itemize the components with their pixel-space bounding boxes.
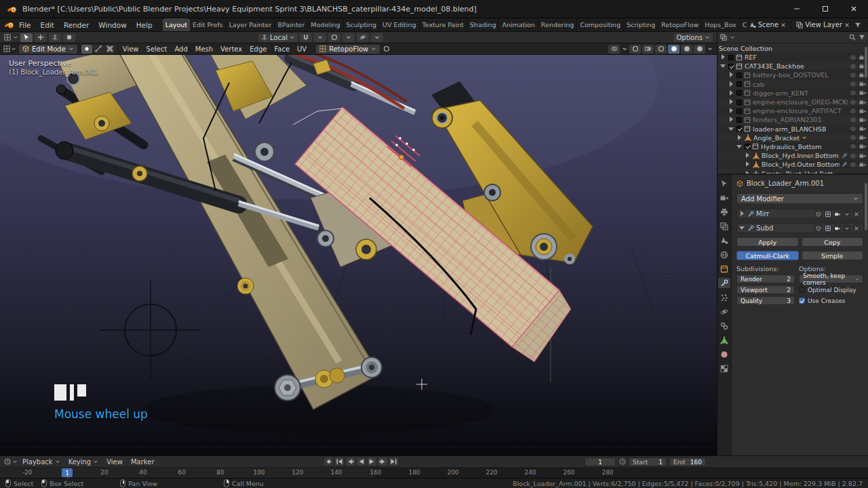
menu-add[interactable]: Add (171, 45, 191, 53)
proportional-falloff-dropdown[interactable] (342, 33, 355, 42)
breadcrumb-object-name[interactable]: Block_Loader_Arm.001 (747, 180, 824, 187)
collection-checkbox[interactable] (736, 73, 742, 78)
outliner-item-digger-arm[interactable]: digger-arm_KENT (717, 89, 868, 98)
edge-select-button[interactable] (93, 45, 104, 54)
tab-modifiers[interactable] (718, 278, 730, 288)
camera-icon[interactable] (859, 117, 866, 123)
tab-view-layer[interactable] (718, 221, 730, 231)
workspace-tab-layer-painter[interactable]: Layer Painter (226, 18, 275, 31)
outliner-item-battery-box[interactable]: battery-box_DOSTOVEL (717, 70, 868, 79)
outliner-item-angle-bracket[interactable]: Angle_Bracket (717, 134, 868, 142)
workspace-tab-bpainter[interactable]: BPainter (275, 18, 309, 31)
shading-material-button[interactable] (681, 45, 692, 54)
modifier-name[interactable]: Subd (756, 224, 773, 232)
outliner-item-cat343e[interactable]: CAT343E_Backhoe (717, 62, 868, 70)
menu-mesh[interactable]: Mesh (192, 45, 216, 53)
camera-icon[interactable] (859, 81, 866, 87)
workspace-tab-shading[interactable]: Shading (467, 18, 500, 31)
workspace-tab-uv-editing[interactable]: UV Editing (380, 18, 420, 31)
editor-type-icon[interactable] (3, 45, 10, 52)
search-icon[interactable] (849, 34, 856, 41)
tab-object-data[interactable] (718, 335, 730, 345)
outliner-item-engine-enclosure-artifact[interactable]: engine-enclosure_ARTIFACT (717, 106, 868, 115)
menu-playback[interactable]: Playback (19, 458, 64, 466)
eye-icon[interactable] (850, 99, 856, 106)
move-tool-button[interactable] (49, 33, 61, 42)
disclosure-icon[interactable] (736, 135, 743, 141)
workspace-tab-console[interactable]: Console (740, 18, 747, 31)
tab-render[interactable] (718, 192, 730, 203)
simple-button[interactable]: Simple (802, 251, 864, 260)
frame-start-field[interactable]: Start 1 (629, 458, 667, 466)
cursor-tool-button[interactable] (35, 33, 47, 42)
chevron-down-icon[interactable] (11, 46, 16, 52)
workspace-tab-compositing[interactable]: Compositing (577, 18, 624, 31)
camera-icon[interactable] (859, 125, 866, 132)
camera-icon[interactable] (859, 99, 866, 106)
tab-output[interactable] (718, 207, 730, 217)
menu-edit[interactable]: Edit (36, 18, 59, 31)
eye-icon[interactable] (850, 54, 856, 61)
menu-file[interactable]: File (14, 18, 36, 31)
menu-keying[interactable]: Keying (65, 458, 102, 466)
outliner-editor-icon[interactable] (720, 34, 727, 41)
collection-checkbox[interactable] (736, 90, 742, 96)
workspace-tab-sculpting[interactable]: Sculpting (344, 18, 380, 31)
gizmo-toggle-button[interactable] (357, 33, 369, 42)
select-tool-button[interactable] (20, 33, 33, 42)
catmull-clark-button[interactable]: Catmull-Clark (736, 251, 799, 260)
modifier-subsurf-header[interactable]: Subd (736, 223, 863, 233)
annotate-tool-button[interactable] (63, 33, 75, 42)
workspace-tab-layout[interactable]: Layout (163, 18, 190, 31)
add-modifier-dropdown[interactable]: Add Modifier (736, 193, 863, 204)
tab-constraints[interactable] (718, 321, 730, 331)
minimize-button[interactable] (783, 0, 811, 18)
camera-icon[interactable] (859, 89, 866, 96)
current-frame-field[interactable]: 1 (585, 458, 616, 466)
tab-physics[interactable] (718, 306, 730, 317)
menu-view[interactable]: View (119, 45, 142, 53)
transform-orientation-dropdown[interactable]: Local (258, 33, 298, 42)
camera-icon[interactable] (859, 108, 866, 115)
gizmos-toggle-button[interactable] (608, 45, 620, 54)
workspace-tab-texture-paint[interactable]: Texture Paint (420, 18, 467, 31)
chevron-down-icon[interactable] (621, 45, 628, 54)
move-modifier-icon[interactable] (843, 224, 851, 232)
modifier-name[interactable]: Mirr (756, 210, 769, 218)
menu-uv[interactable]: UV (294, 45, 310, 53)
face-select-button[interactable] (104, 45, 115, 54)
collection-checkbox[interactable] (728, 64, 734, 69)
shading-solid-button[interactable] (668, 45, 679, 54)
workspace-tab-retopoflow[interactable]: RetopoFlow (658, 18, 702, 31)
overlays-toggle-button[interactable] (629, 45, 641, 54)
disclosure-icon[interactable] (728, 126, 734, 132)
outliner-item-engine-enclosure-greg[interactable]: engine-enclosure_GREG-MCKIM (717, 98, 868, 106)
view-layer-unlink-icon[interactable] (844, 22, 850, 28)
menu-marker[interactable]: Marker (127, 458, 158, 466)
quality-field[interactable]: Quality 3 (736, 296, 795, 305)
close-modifier-icon[interactable] (852, 224, 861, 232)
outliner-item-fenders[interactable]: fenders_ADRIAN2301 (717, 115, 868, 124)
disclosure-icon[interactable] (739, 211, 745, 217)
disclosure-icon[interactable] (720, 63, 726, 69)
disclosure-icon[interactable] (728, 99, 734, 105)
toggle-realtime-icon[interactable] (824, 224, 832, 232)
maximize-button[interactable] (811, 0, 840, 18)
outliner-row-scene-collection[interactable]: Scene Collection (717, 43, 868, 53)
disclosure-icon[interactable] (745, 152, 751, 159)
eye-icon[interactable] (850, 117, 856, 123)
proportional-edit-button[interactable] (328, 33, 340, 42)
close-button[interactable] (840, 0, 868, 18)
collection-checkbox[interactable] (745, 144, 750, 149)
outliner-item-block-hyd-outer[interactable]: Block_Hyd.Outer.Bottom (717, 160, 868, 169)
toggle-realtime-icon[interactable] (824, 210, 832, 218)
timeline-ruler[interactable]: -20 20 40 60 80 100 120 140 160 180 200 … (0, 468, 868, 478)
disclosure-icon[interactable] (728, 72, 734, 78)
outliner-item-loader-arm[interactable]: loader-arm_BLANCHSB (717, 125, 868, 134)
camera-icon[interactable] (859, 152, 866, 159)
menu-window[interactable]: Window (94, 18, 131, 31)
workspace-tab-animation[interactable]: Animation (499, 18, 538, 31)
disclosure-icon[interactable] (728, 117, 734, 123)
tab-scene[interactable] (718, 235, 730, 245)
collection-checkbox[interactable] (736, 108, 742, 114)
